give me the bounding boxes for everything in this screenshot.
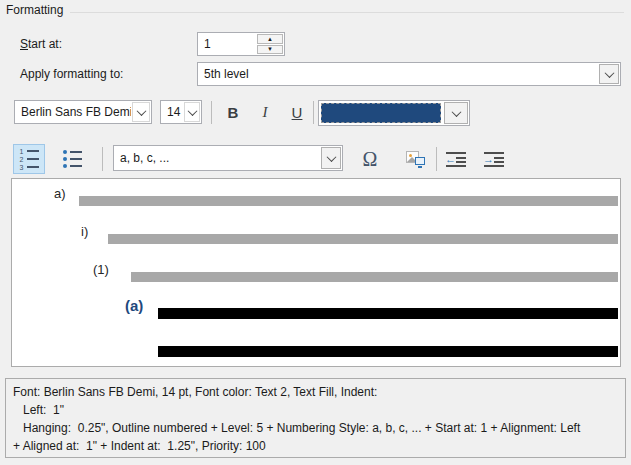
group-title: Formatting xyxy=(6,3,63,17)
start-at-value[interactable]: 1 xyxy=(198,37,256,51)
spin-up-button[interactable]: ▲ xyxy=(257,34,283,44)
decrease-indent-button[interactable]: ← xyxy=(441,144,471,174)
preview-level-label: i) xyxy=(81,224,88,239)
numbered-list-button[interactable]: 1 2 3 xyxy=(13,144,45,174)
preview-text-bar xyxy=(131,272,618,282)
bold-button[interactable]: B xyxy=(218,99,248,126)
underline-button[interactable]: U xyxy=(282,99,312,126)
chevron-down-icon xyxy=(187,106,197,116)
apply-formatting-dropdown[interactable]: 5th level xyxy=(197,62,621,86)
insert-picture-button[interactable] xyxy=(398,144,432,174)
description-line: + Aligned at: 1" + Indent at: 1.25", Pri… xyxy=(13,437,618,455)
chevron-down-icon xyxy=(451,107,461,117)
chevron-down-icon xyxy=(136,106,146,116)
group-divider xyxy=(70,12,624,13)
spinner-buttons: ▲ ▼ xyxy=(256,33,284,55)
separator xyxy=(102,147,103,171)
font-size-dropdown-button[interactable] xyxy=(183,101,201,123)
apply-formatting-value: 5th level xyxy=(198,67,598,81)
chevron-down-icon xyxy=(326,152,336,162)
numbering-style-dropdown-button[interactable] xyxy=(320,146,342,170)
insert-symbol-button[interactable]: Ω xyxy=(353,144,387,174)
picture-icon xyxy=(406,151,425,168)
numbering-style-dropdown[interactable]: a, b, c, ... xyxy=(113,145,343,171)
font-color-swatch xyxy=(321,103,441,123)
preview-text-bar xyxy=(158,346,618,357)
separator xyxy=(313,101,314,124)
description-line: Left: 1" xyxy=(13,401,618,419)
preview-level-label: (1) xyxy=(93,262,109,277)
font-family-dropdown[interactable]: Berlin Sans FB Demi xyxy=(14,100,152,124)
start-at-label: Start at: xyxy=(20,37,62,51)
preview-level-label: a) xyxy=(54,186,66,201)
font-color-dropdown-button[interactable] xyxy=(443,101,469,125)
preview-text-bar xyxy=(158,308,618,319)
font-family-dropdown-button[interactable] xyxy=(131,101,151,123)
italic-label: I xyxy=(263,104,268,121)
omega-icon: Ω xyxy=(363,149,378,169)
preview-text-bar xyxy=(108,234,618,244)
bold-label: B xyxy=(228,104,239,121)
description-line: Hanging: 0.25", Outline numbered + Level… xyxy=(13,419,618,437)
font-size-value: 14 xyxy=(161,105,183,119)
formatting-dialog-section: Formatting Start at: 1 ▲ ▼ Apply formatt… xyxy=(0,0,631,465)
bulleted-list-icon xyxy=(63,150,82,168)
increase-indent-button[interactable]: → xyxy=(479,144,509,174)
up-triangle-icon: ▲ xyxy=(267,36,273,42)
start-at-spinner[interactable]: 1 ▲ ▼ xyxy=(197,32,285,56)
apply-formatting-dropdown-button[interactable] xyxy=(598,63,620,85)
spin-down-button[interactable]: ▼ xyxy=(257,45,283,55)
font-color-dropdown[interactable] xyxy=(318,100,470,126)
down-triangle-icon: ▼ xyxy=(267,46,273,52)
underline-label: U xyxy=(292,104,303,121)
numbering-style-value: a, b, c, ... xyxy=(114,151,320,165)
font-family-value: Berlin Sans FB Demi xyxy=(15,105,131,119)
increase-indent-icon: → xyxy=(484,151,504,167)
italic-button[interactable]: I xyxy=(250,99,280,126)
description-line: Font: Berlin Sans FB Demi, 14 pt, Font c… xyxy=(13,383,618,401)
preview-level-label-current: (a) xyxy=(125,297,143,314)
separator xyxy=(211,101,212,124)
list-style-preview: a) i) (1) (a) xyxy=(11,178,621,367)
apply-formatting-label: Apply formatting to: xyxy=(20,67,123,81)
font-size-dropdown[interactable]: 14 xyxy=(160,100,202,124)
preview-text-bar xyxy=(79,196,618,206)
numbered-list-icon: 1 2 3 xyxy=(20,149,39,170)
style-description: Font: Berlin Sans FB Demi, 14 pt, Font c… xyxy=(5,378,626,458)
bulleted-list-button[interactable] xyxy=(56,144,88,174)
chevron-down-icon xyxy=(604,68,614,78)
separator xyxy=(436,147,437,171)
decrease-indent-icon: ← xyxy=(446,151,466,167)
